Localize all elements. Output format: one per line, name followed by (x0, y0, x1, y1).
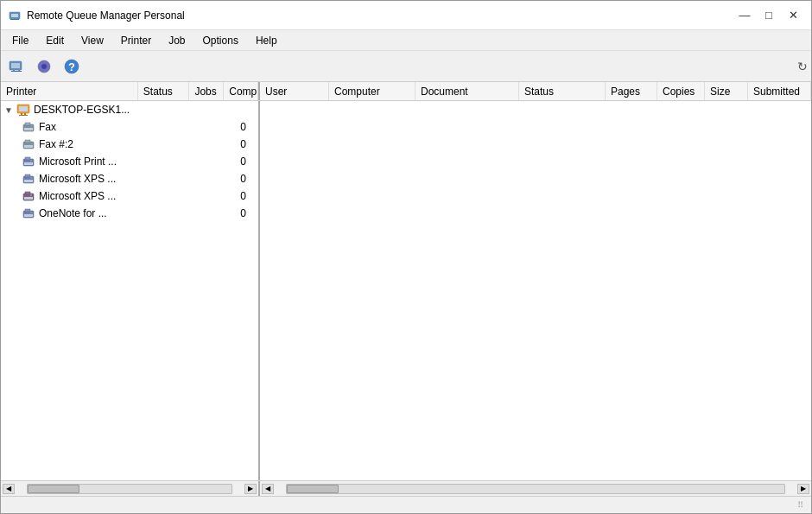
title-bar-left: Remote Queue Manager Personal (8, 9, 185, 22)
refresh-icon[interactable]: ↻ (797, 60, 808, 73)
svg-rect-36 (25, 175, 30, 177)
header-computer: Computer (329, 82, 416, 100)
computer-icon (16, 103, 30, 117)
svg-rect-33 (24, 162, 33, 165)
title-bar: Remote Queue Manager Personal — □ ✕ (1, 1, 811, 30)
header-copies: Copies (657, 82, 705, 100)
maximize-button[interactable]: □ (758, 7, 780, 24)
svg-point-46 (30, 212, 32, 213)
menu-help[interactable]: Help (248, 32, 285, 49)
connect-icon (8, 58, 25, 75)
printer-jobs: 0 (240, 121, 255, 133)
header-pages: Pages (606, 82, 657, 100)
main-area: Printer Status Jobs Comp User Computer D… (1, 82, 811, 496)
scroll-right-arrow[interactable]: ▶ (244, 484, 257, 494)
content-area: ▼ DESKTOP-EGSK1... (1, 101, 811, 480)
svg-point-11 (41, 64, 47, 69)
left-scrollbar[interactable]: ◀ ▶ (1, 481, 260, 496)
printer-jobs: 0 (240, 207, 255, 219)
svg-point-30 (30, 143, 32, 144)
toolbar: ? ↻ (1, 51, 811, 82)
menu-printer[interactable]: Printer (113, 32, 159, 49)
fax-printer-icon (22, 120, 35, 134)
header-status-right: Status (519, 82, 606, 100)
header-document: Document (416, 82, 519, 100)
printer-name: Fax #:2 (39, 138, 73, 150)
fax2-printer-icon (22, 137, 35, 151)
svg-rect-32 (25, 157, 30, 160)
options-button[interactable] (32, 54, 56, 79)
xps1-icon (22, 172, 35, 186)
svg-rect-25 (24, 128, 33, 130)
right-scroll-track[interactable] (286, 484, 785, 494)
printer-jobs: 0 (240, 190, 255, 202)
scroll-right-right-arrow[interactable]: ▶ (797, 484, 809, 494)
svg-rect-22 (19, 115, 28, 116)
left-scroll-track[interactable] (27, 484, 232, 494)
status-bar: ⠿ (1, 496, 811, 513)
printer-jobs: 0 (240, 138, 255, 150)
svg-rect-7 (13, 69, 15, 71)
printer-row-xps1[interactable]: Microsoft XPS ... 0 (1, 170, 258, 187)
svg-rect-19 (19, 106, 28, 111)
expand-icon[interactable]: ▼ (4, 105, 13, 115)
svg-rect-8 (18, 69, 20, 71)
options-icon (35, 58, 53, 75)
menu-edit[interactable]: Edit (38, 32, 72, 49)
printer-name: Microsoft XPS ... (39, 190, 116, 202)
svg-rect-40 (25, 192, 30, 194)
close-button[interactable]: ✕ (782, 7, 804, 24)
svg-rect-21 (24, 113, 26, 115)
tree-root-node[interactable]: ▼ DESKTOP-EGSK1... (1, 101, 258, 118)
job-list-pane (260, 101, 811, 480)
printer-jobs: 0 (240, 173, 255, 185)
header-size: Size (705, 82, 748, 100)
root-label: DESKTOP-EGSK1... (34, 104, 130, 116)
printer-tree-pane[interactable]: ▼ DESKTOP-EGSK1... (1, 101, 260, 480)
menu-file[interactable]: File (4, 32, 36, 49)
header-status-left: Status (138, 82, 190, 100)
printer-name: Fax (39, 121, 56, 133)
svg-rect-44 (25, 209, 30, 212)
left-column-headers: Printer Status Jobs Comp (1, 82, 260, 100)
svg-point-42 (30, 194, 32, 196)
printer-row-onenote[interactable]: OneNote for ... 0 (1, 205, 258, 222)
resize-grip[interactable]: ⠿ (797, 500, 808, 511)
svg-rect-20 (21, 113, 22, 115)
help-icon: ? (63, 58, 80, 75)
menu-view[interactable]: View (73, 32, 111, 49)
scroll-right-left-arrow[interactable]: ◀ (262, 484, 274, 494)
scroll-left-arrow[interactable]: ◀ (3, 484, 15, 494)
svg-point-26 (30, 125, 32, 127)
connect-button[interactable] (4, 54, 29, 79)
printer-row-xps2[interactable]: Microsoft XPS ... 0 (1, 187, 258, 205)
right-column-headers: User Computer Document Status Pages Copi… (260, 82, 811, 100)
svg-rect-45 (24, 214, 33, 217)
printer-name: OneNote for ... (39, 207, 107, 219)
svg-rect-41 (24, 197, 33, 200)
help-button[interactable]: ? (60, 54, 84, 79)
right-scroll-thumb[interactable] (287, 485, 339, 493)
printer-jobs: 0 (240, 155, 255, 168)
left-scroll-thumb[interactable] (28, 485, 79, 493)
header-submitted: Submitted (748, 82, 811, 100)
svg-point-38 (30, 177, 32, 179)
right-scrollbar[interactable]: ◀ ▶ (260, 481, 811, 496)
scroll-area: ◀ ▶ ◀ ▶ (1, 480, 811, 496)
printer-name: Microsoft XPS ... (39, 173, 116, 185)
column-headers: Printer Status Jobs Comp User Computer D… (1, 82, 811, 101)
svg-point-34 (30, 160, 32, 162)
svg-rect-13 (43, 70, 45, 73)
window-title: Remote Queue Manager Personal (27, 10, 185, 22)
printer-row-fax2[interactable]: Fax #:2 0 (1, 136, 258, 153)
svg-rect-24 (25, 123, 30, 125)
svg-rect-6 (11, 63, 20, 68)
svg-rect-37 (24, 180, 33, 182)
minimize-button[interactable]: — (733, 7, 756, 24)
printer-row-fax[interactable]: Fax 0 (1, 118, 258, 136)
menu-options[interactable]: Options (195, 32, 246, 49)
printer-row-msprint[interactable]: Microsoft Print ... 0 (1, 153, 258, 170)
svg-rect-12 (43, 60, 45, 63)
menu-job[interactable]: Job (161, 32, 193, 49)
svg-rect-1 (11, 14, 18, 17)
